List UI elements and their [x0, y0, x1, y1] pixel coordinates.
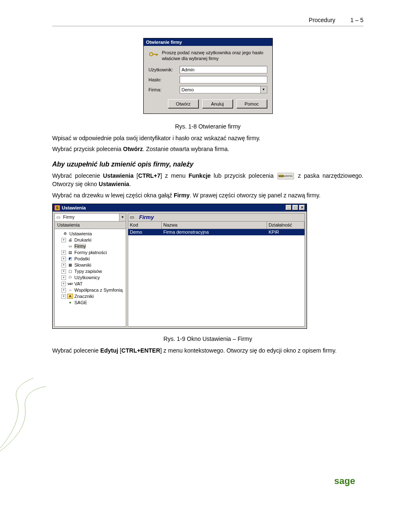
tree-item-label: Słowniki: [74, 262, 91, 267]
settings-titlebar: S Ustawienia _ □ ✕: [53, 204, 307, 212]
link-icon: ↔: [67, 287, 73, 292]
maximize-button[interactable]: □: [292, 205, 298, 210]
tree-expand-icon[interactable]: +: [61, 288, 66, 292]
blue-icon: ◩: [67, 256, 73, 261]
tree-item[interactable]: +▦Słowniki: [56, 262, 125, 268]
figure-caption-1: Rys. 1-8 Otwieranie firmy: [52, 123, 363, 130]
decorative-curve: [0, 374, 50, 457]
chevron-down-icon[interactable]: ▼: [119, 214, 126, 221]
settings-tree[interactable]: ⚙Ustawienia+🖨Drukarki▭Firmy+▤Formy płatn…: [54, 229, 126, 327]
dict-icon: ▦: [67, 262, 73, 267]
cell-kod: Demo: [128, 229, 162, 235]
col-kod[interactable]: Kod: [128, 222, 162, 229]
page-header: Procedury 1 – 5: [52, 17, 363, 26]
vat-icon: VAT: [67, 281, 73, 286]
firm-label: Firma:: [149, 87, 180, 92]
firm-input[interactable]: [180, 86, 261, 93]
app-s-icon: S: [54, 205, 60, 211]
tree-expand-icon[interactable]: +: [61, 238, 66, 242]
close-button[interactable]: ✕: [299, 205, 305, 210]
settings-window: S Ustawienia _ □ ✕ ▭ Firmy ▼ Ustawienia …: [52, 204, 307, 329]
tree-item-label: Typy zapisów: [74, 269, 102, 274]
pass-label: Hasło:: [149, 77, 180, 82]
paragraph-2: Wybrać polecenie Ustawienia [CTRL+7] z m…: [52, 171, 363, 189]
panel-title: Firmy: [139, 214, 154, 220]
settings-right-panel: ▭ Firmy Kod Nazwa Działalność Demo Firma…: [128, 213, 305, 327]
gear-icon: ⚙: [62, 231, 68, 236]
tree-item[interactable]: +⚇Użytkownicy: [56, 275, 125, 281]
firm-dropdown-button[interactable]: ▼: [261, 86, 267, 93]
tree-expand-icon[interactable]: +: [61, 263, 66, 267]
tree-expand-icon: [61, 244, 66, 249]
page-icon: ▢: [67, 269, 73, 274]
settings-toolbar-icon: Ustawienia: [277, 173, 294, 179]
subheading: Aby uzupełnić lub zmienić opis firmy, na…: [52, 161, 363, 168]
col-dzialalnosc[interactable]: Działalność: [267, 222, 305, 229]
key-icon: [149, 50, 159, 58]
figure-caption-2: Rys. 1-9 Okno Ustawienia – Firmy: [52, 335, 363, 342]
user-input[interactable]: [180, 66, 267, 73]
grid-body[interactable]: Demo Firma demonstracyjna KPiR: [128, 229, 305, 327]
panel-icon: ▭: [130, 214, 137, 220]
tree-expand-icon[interactable]: +: [61, 250, 66, 255]
tree-item[interactable]: +↔Współpraca z Symfonią: [56, 287, 125, 293]
tree-header: Ustawienia: [54, 222, 126, 229]
minimize-button[interactable]: _: [286, 205, 292, 210]
tree-item[interactable]: +🖨Drukarki: [56, 237, 125, 243]
box-icon: ▭: [55, 214, 61, 221]
header-page: 1 – 5: [350, 17, 363, 23]
settings-title: Ustawienia: [62, 205, 86, 210]
tree-item[interactable]: ⚙Ustawienia: [56, 231, 125, 237]
tree-item[interactable]: +▤Formy płatności: [56, 250, 125, 256]
tree-item-label: Firmy: [74, 244, 86, 249]
cancel-button[interactable]: Anuluj: [202, 99, 233, 108]
box-sel-icon: ▭: [67, 244, 73, 249]
paragraph-1b: Wybrać przycisk polecenia Otwórz. Zostan…: [52, 145, 363, 153]
tree-item-label: Formy płatności: [74, 250, 107, 255]
doc-icon: ▤: [67, 250, 73, 255]
category-combo[interactable]: ▭ Firmy ▼: [54, 213, 126, 222]
help-button[interactable]: Pomoc: [236, 99, 267, 108]
tree-expand-icon: [61, 300, 66, 305]
tree-expand-icon[interactable]: +: [61, 275, 66, 280]
header-title: Procedury: [309, 17, 335, 23]
paragraph-3: Wybrać na drzewku w lewej części okna ga…: [52, 191, 363, 199]
user-label: Użytkownik:: [149, 67, 180, 72]
grid-row[interactable]: Demo Firma demonstracyjna KPiR: [128, 229, 305, 235]
tree-expand-icon: [56, 232, 61, 236]
ball-icon: ●: [67, 300, 73, 305]
tree-item-label: Podatki: [74, 256, 90, 261]
tree-expand-icon[interactable]: +: [61, 282, 66, 286]
svg-rect-1: [152, 54, 157, 55]
tree-item[interactable]: +VATVAT: [56, 281, 125, 287]
tree-item-label: Drukarki: [74, 237, 91, 242]
a-icon: A: [67, 294, 73, 299]
svg-rect-3: [157, 54, 158, 55]
tree-item-label: Znaczniki: [74, 294, 94, 299]
tree-item[interactable]: ▭Firmy: [56, 243, 125, 250]
tree-expand-icon[interactable]: +: [61, 294, 66, 299]
paragraph-1a: Wpisać w odpowiednie pola swój identyfik…: [52, 134, 363, 142]
svg-point-0: [150, 53, 153, 56]
dialog-titlebar: Otwieranie firmy: [144, 38, 272, 46]
tree-expand-icon[interactable]: +: [61, 269, 66, 274]
tree-item[interactable]: +AZnaczniki: [56, 293, 125, 300]
settings-left-panel: ▭ Firmy ▼ Ustawienia ⚙Ustawienia+🖨Drukar…: [54, 213, 126, 327]
svg-rect-2: [156, 54, 157, 56]
open-button[interactable]: Otwórz: [168, 99, 199, 108]
dialog-prompt: Proszę podać nazwę użytkownika oraz jego…: [162, 50, 267, 62]
col-nazwa[interactable]: Nazwa: [162, 222, 267, 229]
tree-item-label: VAT: [74, 281, 83, 286]
tree-expand-icon[interactable]: +: [61, 257, 66, 261]
tree-item-label: SAGE: [74, 300, 87, 305]
pass-input[interactable]: [180, 76, 267, 83]
tree-item-label: Współpraca z Symfonią: [74, 287, 123, 292]
tree-item[interactable]: +◩Podatki: [56, 256, 125, 262]
sage-logo: sage: [334, 476, 363, 487]
cell-dzialalnosc: KPiR: [267, 229, 305, 235]
tree-item[interactable]: +▢Typy zapisów: [56, 268, 125, 275]
tree-item[interactable]: ●SAGE: [56, 300, 125, 306]
paragraph-4: Wybrać polecenie Edytuj [CTRL+ENTER] z m…: [52, 346, 363, 355]
open-company-dialog: Otwieranie firmy Proszę podać nazwę użyt…: [143, 38, 273, 114]
cell-nazwa: Firma demonstracyjna: [162, 229, 267, 235]
